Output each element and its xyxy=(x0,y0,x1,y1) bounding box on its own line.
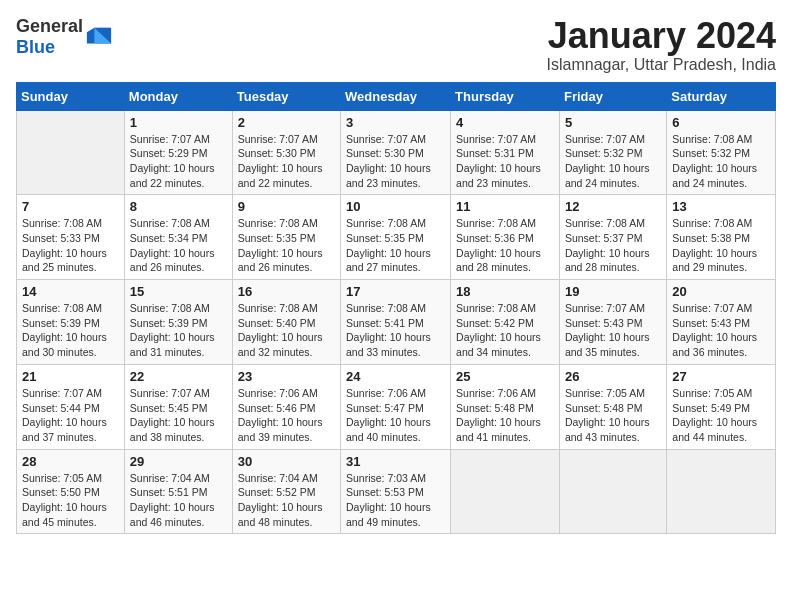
day-number: 21 xyxy=(22,369,119,384)
calendar-cell: 10Sunrise: 7:08 AM Sunset: 5:35 PM Dayli… xyxy=(341,195,451,280)
location-subtitle: Islamnagar, Uttar Pradesh, India xyxy=(547,56,776,74)
logo-blue: Blue xyxy=(16,37,55,57)
day-info: Sunrise: 7:08 AM Sunset: 5:32 PM Dayligh… xyxy=(672,132,770,191)
calendar-cell: 17Sunrise: 7:08 AM Sunset: 5:41 PM Dayli… xyxy=(341,280,451,365)
calendar-table: SundayMondayTuesdayWednesdayThursdayFrid… xyxy=(16,82,776,535)
day-info: Sunrise: 7:07 AM Sunset: 5:31 PM Dayligh… xyxy=(456,132,554,191)
day-info: Sunrise: 7:05 AM Sunset: 5:48 PM Dayligh… xyxy=(565,386,661,445)
page-header: General Blue January 2024 Islamnagar, Ut… xyxy=(16,16,776,74)
header-day-tuesday: Tuesday xyxy=(232,82,340,110)
calendar-cell: 20Sunrise: 7:07 AM Sunset: 5:43 PM Dayli… xyxy=(667,280,776,365)
day-info: Sunrise: 7:07 AM Sunset: 5:30 PM Dayligh… xyxy=(346,132,445,191)
day-number: 18 xyxy=(456,284,554,299)
day-info: Sunrise: 7:07 AM Sunset: 5:43 PM Dayligh… xyxy=(672,301,770,360)
calendar-cell: 25Sunrise: 7:06 AM Sunset: 5:48 PM Dayli… xyxy=(451,364,560,449)
day-number: 8 xyxy=(130,199,227,214)
day-number: 31 xyxy=(346,454,445,469)
calendar-cell: 3Sunrise: 7:07 AM Sunset: 5:30 PM Daylig… xyxy=(341,110,451,195)
day-info: Sunrise: 7:04 AM Sunset: 5:52 PM Dayligh… xyxy=(238,471,335,530)
day-number: 20 xyxy=(672,284,770,299)
calendar-cell: 11Sunrise: 7:08 AM Sunset: 5:36 PM Dayli… xyxy=(451,195,560,280)
day-info: Sunrise: 7:08 AM Sunset: 5:39 PM Dayligh… xyxy=(22,301,119,360)
day-number: 5 xyxy=(565,115,661,130)
day-number: 17 xyxy=(346,284,445,299)
day-number: 16 xyxy=(238,284,335,299)
day-info: Sunrise: 7:08 AM Sunset: 5:35 PM Dayligh… xyxy=(346,216,445,275)
logo-text: General Blue xyxy=(16,16,83,58)
day-info: Sunrise: 7:07 AM Sunset: 5:30 PM Dayligh… xyxy=(238,132,335,191)
calendar-cell: 15Sunrise: 7:08 AM Sunset: 5:39 PM Dayli… xyxy=(124,280,232,365)
calendar-header-row: SundayMondayTuesdayWednesdayThursdayFrid… xyxy=(17,82,776,110)
calendar-cell: 2Sunrise: 7:07 AM Sunset: 5:30 PM Daylig… xyxy=(232,110,340,195)
day-info: Sunrise: 7:07 AM Sunset: 5:29 PM Dayligh… xyxy=(130,132,227,191)
calendar-cell: 31Sunrise: 7:03 AM Sunset: 5:53 PM Dayli… xyxy=(341,449,451,534)
day-info: Sunrise: 7:07 AM Sunset: 5:44 PM Dayligh… xyxy=(22,386,119,445)
day-info: Sunrise: 7:07 AM Sunset: 5:45 PM Dayligh… xyxy=(130,386,227,445)
calendar-cell: 5Sunrise: 7:07 AM Sunset: 5:32 PM Daylig… xyxy=(559,110,666,195)
logo-icon xyxy=(85,23,113,51)
day-info: Sunrise: 7:08 AM Sunset: 5:35 PM Dayligh… xyxy=(238,216,335,275)
calendar-cell xyxy=(559,449,666,534)
day-number: 13 xyxy=(672,199,770,214)
calendar-cell: 29Sunrise: 7:04 AM Sunset: 5:51 PM Dayli… xyxy=(124,449,232,534)
calendar-cell: 6Sunrise: 7:08 AM Sunset: 5:32 PM Daylig… xyxy=(667,110,776,195)
calendar-cell: 19Sunrise: 7:07 AM Sunset: 5:43 PM Dayli… xyxy=(559,280,666,365)
day-info: Sunrise: 7:08 AM Sunset: 5:40 PM Dayligh… xyxy=(238,301,335,360)
day-info: Sunrise: 7:04 AM Sunset: 5:51 PM Dayligh… xyxy=(130,471,227,530)
calendar-cell xyxy=(667,449,776,534)
logo-general: General xyxy=(16,16,83,36)
calendar-cell: 1Sunrise: 7:07 AM Sunset: 5:29 PM Daylig… xyxy=(124,110,232,195)
calendar-cell: 7Sunrise: 7:08 AM Sunset: 5:33 PM Daylig… xyxy=(17,195,125,280)
calendar-cell: 22Sunrise: 7:07 AM Sunset: 5:45 PM Dayli… xyxy=(124,364,232,449)
header-day-wednesday: Wednesday xyxy=(341,82,451,110)
day-number: 26 xyxy=(565,369,661,384)
calendar-week-row: 1Sunrise: 7:07 AM Sunset: 5:29 PM Daylig… xyxy=(17,110,776,195)
day-number: 2 xyxy=(238,115,335,130)
header-day-monday: Monday xyxy=(124,82,232,110)
day-info: Sunrise: 7:08 AM Sunset: 5:37 PM Dayligh… xyxy=(565,216,661,275)
day-number: 10 xyxy=(346,199,445,214)
calendar-cell: 24Sunrise: 7:06 AM Sunset: 5:47 PM Dayli… xyxy=(341,364,451,449)
calendar-cell: 14Sunrise: 7:08 AM Sunset: 5:39 PM Dayli… xyxy=(17,280,125,365)
calendar-week-row: 7Sunrise: 7:08 AM Sunset: 5:33 PM Daylig… xyxy=(17,195,776,280)
day-info: Sunrise: 7:05 AM Sunset: 5:49 PM Dayligh… xyxy=(672,386,770,445)
calendar-cell xyxy=(17,110,125,195)
day-info: Sunrise: 7:06 AM Sunset: 5:47 PM Dayligh… xyxy=(346,386,445,445)
day-info: Sunrise: 7:07 AM Sunset: 5:43 PM Dayligh… xyxy=(565,301,661,360)
day-number: 29 xyxy=(130,454,227,469)
day-number: 1 xyxy=(130,115,227,130)
day-info: Sunrise: 7:03 AM Sunset: 5:53 PM Dayligh… xyxy=(346,471,445,530)
calendar-week-row: 21Sunrise: 7:07 AM Sunset: 5:44 PM Dayli… xyxy=(17,364,776,449)
day-number: 27 xyxy=(672,369,770,384)
day-number: 24 xyxy=(346,369,445,384)
svg-marker-2 xyxy=(87,28,94,44)
day-number: 28 xyxy=(22,454,119,469)
day-info: Sunrise: 7:06 AM Sunset: 5:46 PM Dayligh… xyxy=(238,386,335,445)
calendar-cell: 4Sunrise: 7:07 AM Sunset: 5:31 PM Daylig… xyxy=(451,110,560,195)
day-info: Sunrise: 7:08 AM Sunset: 5:33 PM Dayligh… xyxy=(22,216,119,275)
calendar-cell: 12Sunrise: 7:08 AM Sunset: 5:37 PM Dayli… xyxy=(559,195,666,280)
calendar-cell: 9Sunrise: 7:08 AM Sunset: 5:35 PM Daylig… xyxy=(232,195,340,280)
logo: General Blue xyxy=(16,16,113,58)
calendar-cell: 30Sunrise: 7:04 AM Sunset: 5:52 PM Dayli… xyxy=(232,449,340,534)
day-info: Sunrise: 7:06 AM Sunset: 5:48 PM Dayligh… xyxy=(456,386,554,445)
day-info: Sunrise: 7:08 AM Sunset: 5:42 PM Dayligh… xyxy=(456,301,554,360)
calendar-cell xyxy=(451,449,560,534)
day-number: 19 xyxy=(565,284,661,299)
calendar-cell: 23Sunrise: 7:06 AM Sunset: 5:46 PM Dayli… xyxy=(232,364,340,449)
day-number: 12 xyxy=(565,199,661,214)
calendar-week-row: 28Sunrise: 7:05 AM Sunset: 5:50 PM Dayli… xyxy=(17,449,776,534)
calendar-cell: 21Sunrise: 7:07 AM Sunset: 5:44 PM Dayli… xyxy=(17,364,125,449)
day-number: 7 xyxy=(22,199,119,214)
calendar-cell: 26Sunrise: 7:05 AM Sunset: 5:48 PM Dayli… xyxy=(559,364,666,449)
header-day-friday: Friday xyxy=(559,82,666,110)
day-info: Sunrise: 7:08 AM Sunset: 5:34 PM Dayligh… xyxy=(130,216,227,275)
month-year-title: January 2024 xyxy=(547,16,776,56)
header-day-saturday: Saturday xyxy=(667,82,776,110)
header-day-sunday: Sunday xyxy=(17,82,125,110)
day-info: Sunrise: 7:05 AM Sunset: 5:50 PM Dayligh… xyxy=(22,471,119,530)
day-info: Sunrise: 7:08 AM Sunset: 5:39 PM Dayligh… xyxy=(130,301,227,360)
day-number: 14 xyxy=(22,284,119,299)
header-day-thursday: Thursday xyxy=(451,82,560,110)
day-number: 22 xyxy=(130,369,227,384)
